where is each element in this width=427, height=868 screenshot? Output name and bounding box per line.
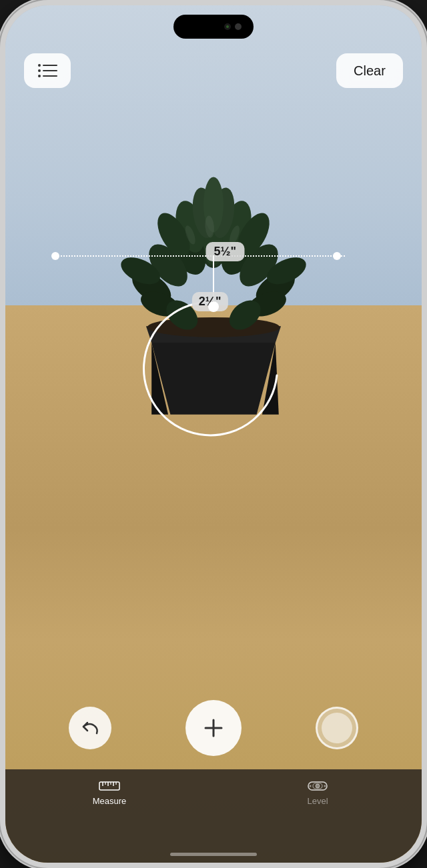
horizontal-measure-line bbox=[55, 255, 345, 257]
phone-screen: 5½" 2½" bbox=[5, 5, 422, 863]
svg-point-42 bbox=[310, 785, 312, 787]
tab-level-label: Level bbox=[307, 796, 328, 806]
clear-button[interactable]: Clear bbox=[336, 53, 403, 88]
measure-endpoint-right[interactable] bbox=[333, 252, 341, 260]
measure-endpoint-left[interactable] bbox=[51, 252, 59, 260]
tab-measure-label: Measure bbox=[93, 796, 127, 806]
svg-point-41 bbox=[316, 784, 320, 788]
faceid-indicator bbox=[235, 23, 242, 30]
list-button[interactable] bbox=[24, 53, 71, 88]
camera-indicator bbox=[224, 23, 231, 30]
tab-measure[interactable]: Measure bbox=[5, 779, 214, 806]
home-indicator bbox=[170, 853, 257, 856]
phone-frame: 5½" 2½" bbox=[0, 0, 427, 868]
level-svg bbox=[308, 779, 328, 793]
add-point-button[interactable] bbox=[185, 700, 242, 756]
action-buttons-row bbox=[5, 700, 422, 756]
svg-point-43 bbox=[324, 785, 326, 787]
list-icon bbox=[38, 64, 57, 77]
add-icon bbox=[201, 716, 226, 740]
dynamic-island bbox=[173, 15, 254, 39]
level-icon bbox=[307, 779, 328, 793]
horizontal-measurement-label[interactable]: 5½" bbox=[205, 242, 244, 261]
ruler-svg bbox=[99, 779, 120, 793]
tab-level[interactable]: Level bbox=[214, 779, 422, 806]
ruler-icon bbox=[99, 779, 120, 793]
arc-center-point[interactable] bbox=[208, 301, 219, 312]
shutter-button[interactable] bbox=[316, 707, 358, 749]
tab-bar: Measure bbox=[5, 769, 422, 863]
undo-icon bbox=[81, 720, 99, 736]
shutter-inner bbox=[322, 713, 352, 743]
undo-button[interactable] bbox=[69, 707, 111, 749]
